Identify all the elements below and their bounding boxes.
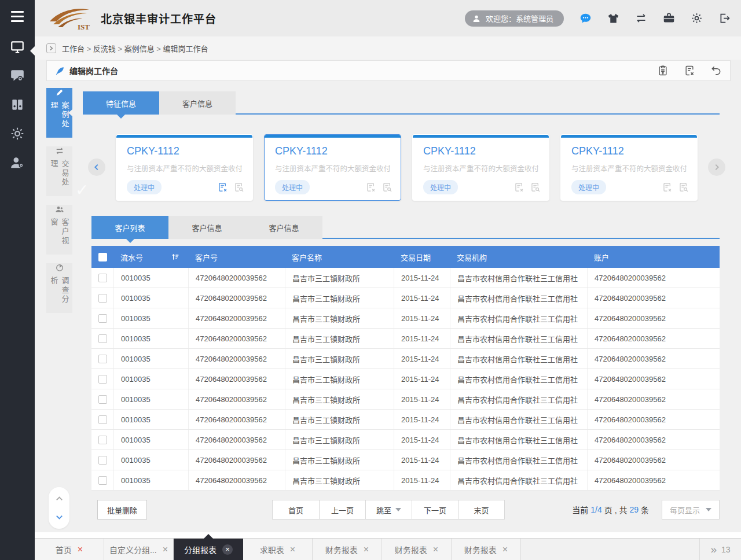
remove-doc-icon[interactable] bbox=[662, 182, 673, 193]
review-doc-icon[interactable] bbox=[678, 182, 689, 193]
per-page-select[interactable]: 每页显示 bbox=[662, 500, 720, 520]
table-row[interactable]: 0010035 47206480200039562 昌吉市三工镇财政所 2015… bbox=[91, 470, 720, 491]
import-report-button[interactable] bbox=[657, 65, 669, 76]
row-checkbox[interactable] bbox=[98, 476, 107, 485]
switch-system-button[interactable] bbox=[635, 12, 647, 24]
settings-button[interactable] bbox=[691, 12, 703, 24]
row-checkbox[interactable] bbox=[98, 294, 107, 303]
carousel-prev-button[interactable] bbox=[88, 159, 105, 176]
sort-icon[interactable] bbox=[171, 252, 180, 261]
sidebar-item-messages[interactable] bbox=[0, 61, 35, 90]
close-icon[interactable]: × bbox=[364, 545, 369, 554]
tab-customer-list[interactable]: 客户列表 bbox=[91, 216, 168, 239]
column-header: 客户名称 bbox=[285, 246, 394, 268]
breadcrumb-item[interactable]: 案例信息 bbox=[124, 43, 163, 54]
close-icon[interactable]: × bbox=[222, 544, 233, 555]
bottom-tab[interactable]: 求职表 × bbox=[243, 539, 313, 560]
close-icon[interactable]: × bbox=[502, 545, 508, 554]
prev-page-button[interactable]: 上一页 bbox=[319, 500, 365, 519]
remove-doc-icon[interactable] bbox=[513, 182, 524, 193]
welcome-text: 欢迎您：系统管理员 bbox=[486, 13, 553, 24]
side-tab-customer-view[interactable]: 客户视窗 bbox=[46, 205, 72, 255]
select-all-checkbox[interactable] bbox=[98, 253, 107, 261]
remove-doc-icon[interactable] bbox=[365, 182, 376, 193]
sidebar-item-user-admin[interactable] bbox=[0, 148, 35, 177]
review-doc-icon[interactable] bbox=[233, 182, 244, 193]
row-checkbox[interactable] bbox=[98, 274, 107, 282]
breadcrumb-item[interactable]: 工作台 bbox=[62, 43, 93, 54]
row-checkbox[interactable] bbox=[98, 355, 107, 363]
remove-report-button[interactable] bbox=[684, 65, 695, 76]
case-card[interactable]: CPKY-1112 与注册资本严重不符的大额资金收付 处理中 bbox=[412, 134, 549, 201]
batch-delete-button[interactable]: 批量删除 bbox=[97, 500, 147, 520]
next-page-button[interactable]: 下一页 bbox=[412, 500, 458, 519]
row-checkbox[interactable] bbox=[98, 436, 107, 444]
row-checkbox[interactable] bbox=[98, 395, 107, 404]
last-page-button[interactable]: 末页 bbox=[458, 500, 504, 519]
side-tab-investigation-analysis[interactable]: 调查分析 bbox=[46, 263, 72, 313]
breadcrumb-toggle-icon[interactable] bbox=[46, 43, 56, 53]
row-checkbox[interactable] bbox=[98, 415, 107, 424]
first-page-button[interactable]: 首页 bbox=[273, 500, 319, 519]
carousel-next-button[interactable] bbox=[708, 159, 725, 176]
theme-button[interactable] bbox=[607, 12, 619, 24]
side-tab-case-processing[interactable]: 案例处理 bbox=[46, 88, 72, 138]
table-row[interactable]: 0010035 47206480200039562 昌吉市三工镇财政所 2015… bbox=[91, 450, 720, 470]
row-checkbox[interactable] bbox=[98, 375, 107, 384]
case-card[interactable]: CPKY-1112 与注册资本严重不符的大额资金收付 处理中 bbox=[264, 134, 401, 201]
bottom-tab[interactable]: 财务报表 × bbox=[313, 539, 382, 560]
logout-button[interactable] bbox=[718, 12, 731, 24]
tab-feature-info[interactable]: 特征信息 bbox=[83, 91, 159, 115]
table-row[interactable]: 0010035 47206480200039562 昌吉市三工镇财政所 2015… bbox=[91, 329, 720, 349]
close-icon[interactable]: × bbox=[290, 545, 295, 554]
row-checkbox[interactable] bbox=[98, 456, 107, 465]
scroll-down-icon[interactable] bbox=[55, 513, 64, 521]
close-icon[interactable]: × bbox=[433, 545, 438, 554]
table-row[interactable]: 0010035 47206480200039562 昌吉市三工镇财政所 2015… bbox=[91, 430, 720, 450]
user-avatar-icon bbox=[472, 14, 481, 23]
table-row[interactable]: 0010035 47206480200039562 昌吉市三工镇财政所 2015… bbox=[91, 389, 720, 410]
close-icon[interactable]: × bbox=[163, 545, 168, 554]
user-welcome-pill[interactable]: 欢迎您：系统管理员 bbox=[465, 10, 564, 27]
case-card[interactable]: CPKY-1112 与注册资本严重不符的大额资金收付 处理中 bbox=[560, 134, 698, 201]
tab-customer-info[interactable]: 客户信息 bbox=[159, 91, 236, 115]
close-icon[interactable]: × bbox=[78, 545, 83, 554]
cell-customer-name: 昌吉市三工镇财政所 bbox=[285, 389, 394, 409]
bottom-tab[interactable]: 财务报表 × bbox=[382, 539, 452, 560]
bottom-tab[interactable]: 分组报表 × bbox=[174, 539, 243, 560]
remove-doc-icon[interactable] bbox=[217, 182, 228, 193]
sidebar-item-system-config[interactable] bbox=[0, 119, 35, 148]
toolbox-button[interactable] bbox=[663, 12, 675, 24]
tab-overflow: » 13 bbox=[699, 539, 741, 560]
table-row[interactable]: 0010035 47206480200039562 昌吉市三工镇财政所 2015… bbox=[91, 268, 720, 288]
double-chevron-right-icon[interactable]: » bbox=[710, 543, 716, 556]
undo-button[interactable] bbox=[710, 65, 722, 76]
cell-account: 47206480200039562 bbox=[587, 369, 720, 389]
review-doc-icon[interactable] bbox=[381, 182, 392, 193]
row-checkbox[interactable] bbox=[98, 334, 107, 343]
tab-customer-info-2[interactable]: 客户信息 bbox=[245, 216, 322, 239]
sidebar-item-workbench[interactable] bbox=[0, 32, 35, 61]
bottom-tab[interactable]: 财务报表 × bbox=[452, 539, 521, 560]
table-row[interactable]: 0010035 47206480200039562 昌吉市三工镇财政所 2015… bbox=[91, 410, 720, 430]
table-row[interactable]: 0010035 47206480200039562 昌吉市三工镇财政所 2015… bbox=[91, 288, 720, 308]
notifications-button[interactable] bbox=[579, 12, 592, 24]
table-row[interactable]: 0010035 47206480200039562 昌吉市三工镇财政所 2015… bbox=[91, 349, 720, 369]
jump-to-button[interactable]: 跳至 bbox=[365, 500, 412, 519]
sidebar-item-archives[interactable] bbox=[0, 90, 35, 119]
table-row[interactable]: 0010035 47206480200039562 昌吉市三工镇财政所 2015… bbox=[91, 369, 720, 389]
side-tab-transaction-processing[interactable]: 交易处理 bbox=[46, 146, 72, 196]
case-card[interactable]: CPKY-1112 与注册资本严重不符的大额资金收付 处理中 bbox=[116, 134, 253, 201]
swap-arrows-icon bbox=[635, 12, 647, 24]
scroll-up-icon[interactable] bbox=[55, 495, 64, 503]
cell-trade-date: 2015-11-24 bbox=[394, 288, 450, 308]
breadcrumb-item[interactable]: 编辑岗工作台 bbox=[163, 43, 208, 54]
bottom-tab[interactable]: 首页 × bbox=[35, 539, 104, 560]
tab-customer-info-1[interactable]: 客户信息 bbox=[168, 216, 245, 239]
bottom-tab[interactable]: 自定义分组... × bbox=[104, 539, 174, 560]
breadcrumb-item[interactable]: 反洗钱 bbox=[93, 43, 124, 54]
menu-toggle-icon[interactable] bbox=[0, 0, 35, 32]
review-doc-icon[interactable] bbox=[530, 182, 541, 193]
row-checkbox[interactable] bbox=[98, 314, 107, 323]
table-row[interactable]: 0010035 47206480200039562 昌吉市三工镇财政所 2015… bbox=[91, 308, 720, 329]
